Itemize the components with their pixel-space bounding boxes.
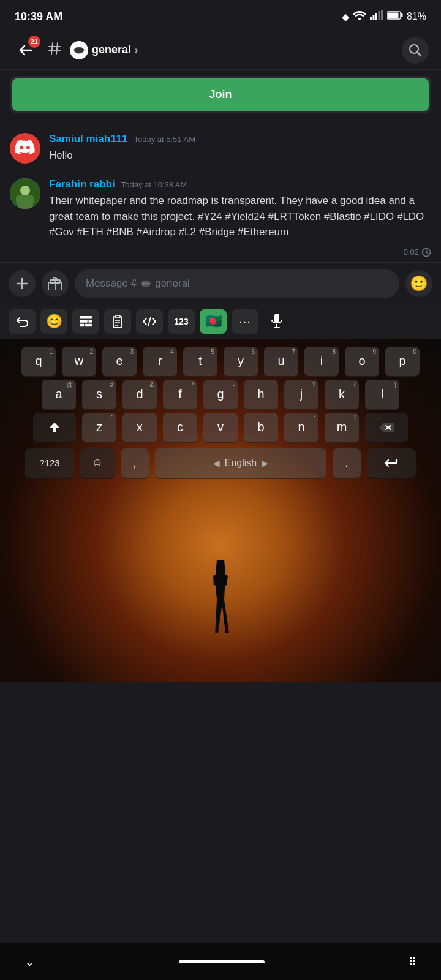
nav-grid-icon[interactable]: ⠿ (409, 955, 417, 968)
key-g[interactable]: -g (203, 380, 238, 410)
key-h[interactable]: !h (244, 380, 278, 410)
search-button[interactable] (402, 37, 429, 64)
key-num-switch[interactable]: ?123 (25, 448, 74, 479)
message-text: Hello (49, 148, 431, 164)
key-y[interactable]: 6y (224, 347, 258, 377)
svg-rect-18 (16, 195, 34, 204)
message-content: Farahin rabbi Today at 10:38 AM Their wh… (49, 178, 431, 240)
svg-point-11 (81, 49, 83, 51)
key-emoji[interactable]: ☺ (80, 448, 115, 479)
keyboard-layout-button[interactable] (72, 309, 99, 334)
chat-area: Join Samiul miah111 Today at 5:51 AM Hel… (0, 70, 441, 262)
key-a[interactable]: @a (42, 380, 76, 410)
nav-down-icon[interactable]: ⌄ (24, 954, 35, 969)
join-banner: Join (10, 76, 431, 113)
svg-rect-0 (370, 17, 372, 20)
svg-rect-2 (375, 13, 377, 20)
channel-name-text: general (92, 43, 131, 56)
key-b[interactable]: 'b (244, 413, 278, 443)
key-f[interactable]: *f (163, 380, 197, 410)
key-comma[interactable]: , (121, 448, 149, 479)
keyboard-row-4: ?123 ☺ , ◀ English ▶ . (0, 448, 441, 479)
key-t[interactable]: 5t (183, 347, 217, 377)
home-indicator[interactable] (179, 960, 265, 963)
key-i[interactable]: 8i (304, 347, 339, 377)
keyboard-123-button[interactable]: 123 (168, 309, 195, 334)
key-space[interactable]: ◀ English ▶ (155, 448, 326, 479)
message-header: Farahin rabbi Today at 10:38 AM (49, 178, 431, 190)
key-u[interactable]: 7u (264, 347, 298, 377)
message-timestamp: Today at 5:51 AM (134, 135, 195, 144)
key-e[interactable]: 3e (102, 347, 137, 377)
channel-name-area[interactable]: general › (70, 41, 138, 59)
keyboard-clipboard-button[interactable] (104, 309, 131, 334)
gift-button[interactable] (42, 270, 69, 297)
key-x[interactable]: x (123, 413, 157, 443)
keyboard-row-1: 1q 2w 3e 4r 5t 6y 7u 8i 9o 0p (0, 347, 441, 377)
svg-line-40 (148, 317, 151, 326)
channel-hash-icon (48, 42, 61, 58)
svg-rect-31 (80, 320, 88, 323)
message-input-field[interactable]: Message # general (75, 269, 399, 298)
join-button[interactable]: Join (12, 78, 429, 111)
keyboard-mic-button[interactable] (263, 309, 290, 334)
input-placeholder: Message # general (86, 277, 190, 290)
key-v[interactable]: v (203, 413, 238, 443)
svg-rect-34 (85, 323, 92, 326)
key-c[interactable]: c (163, 413, 197, 443)
key-n[interactable]: :n (284, 413, 318, 443)
nav-home-indicator (35, 960, 409, 963)
avatar (10, 178, 40, 209)
keyboard-rows: 1q 2w 3e 4r 5t 6y 7u 8i 9o 0p @a #s &d *… (0, 339, 441, 486)
svg-rect-30 (80, 315, 92, 318)
wifi-icon (353, 10, 366, 23)
message-row: Samiul miah111 Today at 5:51 AM Hello (0, 126, 441, 171)
svg-rect-33 (80, 323, 84, 326)
key-l[interactable]: )l (365, 380, 399, 410)
key-k[interactable]: (k (325, 380, 359, 410)
key-backspace[interactable] (365, 413, 408, 443)
key-j[interactable]: ?j (284, 380, 318, 410)
username: Samiul miah111 (49, 133, 128, 145)
svg-rect-7 (388, 13, 398, 18)
svg-rect-36 (115, 315, 120, 318)
key-z[interactable]: "z (82, 413, 116, 443)
emoji-button[interactable]: 🙂 (405, 270, 432, 297)
header-left: 21 general › (12, 37, 138, 64)
keyboard-flag-button[interactable]: 🇧🇩 (200, 309, 227, 334)
signal-icon (370, 10, 383, 23)
key-shift[interactable] (33, 413, 76, 443)
battery-percentage: 81% (407, 11, 426, 22)
key-p[interactable]: 0p (385, 347, 420, 377)
key-s[interactable]: #s (82, 380, 116, 410)
key-o[interactable]: 9o (345, 347, 379, 377)
status-icons: ◆ 81% (342, 10, 426, 23)
svg-line-14 (417, 52, 421, 56)
system-nav: ⌄ ⠿ (0, 943, 441, 980)
key-d[interactable]: &d (123, 380, 157, 410)
svg-point-9 (76, 49, 78, 51)
back-button[interactable]: 21 (12, 37, 39, 64)
username: Farahin rabbi (49, 178, 115, 190)
keyboard-more-button[interactable]: ··· (232, 309, 258, 334)
svg-rect-41 (274, 314, 279, 323)
notification-badge: 21 (28, 36, 40, 48)
keyboard-toolbar: 😊 123 🇧🇩 ··· (0, 304, 441, 339)
key-w[interactable]: 2w (62, 347, 96, 377)
svg-rect-1 (372, 15, 374, 20)
keyboard-emoji-button[interactable]: 😊 (40, 309, 67, 334)
key-q[interactable]: 1q (21, 347, 56, 377)
message-timestamp: Today at 10:38 AM (121, 180, 187, 189)
key-m[interactable]: /m (325, 413, 359, 443)
key-enter[interactable] (367, 448, 416, 479)
key-period[interactable]: . (333, 448, 361, 479)
add-attachment-button[interactable] (9, 270, 36, 297)
avatar (10, 133, 40, 164)
keyboard-undo-button[interactable] (9, 309, 36, 334)
key-r[interactable]: 4r (143, 347, 177, 377)
message-time-right: 0:02 (0, 247, 441, 262)
keyboard-code-button[interactable] (136, 309, 163, 334)
svg-point-10 (78, 49, 80, 51)
keyboard-row-3: "z x c v 'b :n /m (0, 413, 441, 443)
status-time: 10:39 AM (15, 10, 62, 23)
